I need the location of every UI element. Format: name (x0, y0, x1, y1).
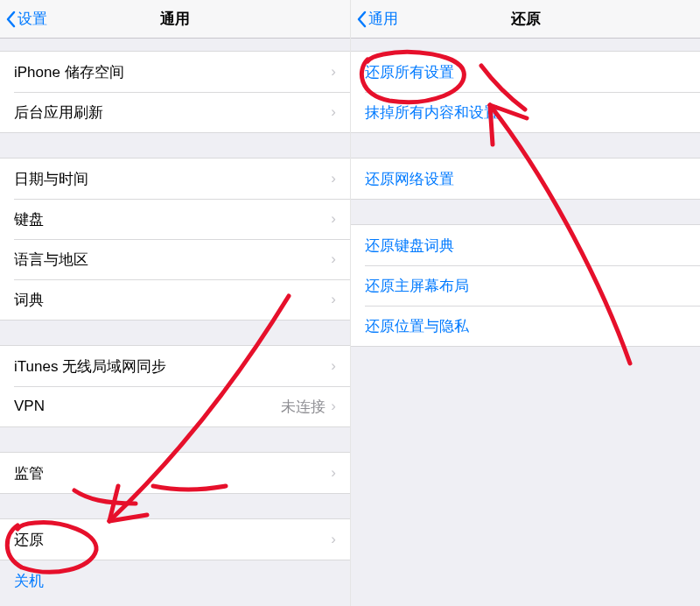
chevron-left-icon (356, 11, 367, 28)
row-label: 还原主屏幕布局 (365, 276, 469, 296)
row-reset-keyboard-dict[interactable]: 还原键盘词典 (351, 225, 700, 265)
chevron-right-icon: › (331, 103, 336, 121)
group-network: iTunes 无线局域网同步 › VPN 未连接 › (0, 345, 350, 427)
general-settings-pane: 设置 通用 iPhone 储存空间 › 后台应用刷新 › 日期与时间 › (0, 0, 350, 606)
row-label: 监管 (14, 463, 44, 483)
vpn-status: 未连接 (281, 397, 326, 417)
row-background-refresh[interactable]: 后台应用刷新 › (0, 92, 350, 132)
group-reset-network: 还原网络设置 (351, 158, 700, 200)
row-label: 键盘 (14, 209, 44, 229)
page-title-general: 通用 (160, 9, 190, 29)
row-label: 后台应用刷新 (14, 102, 103, 123)
row-label: iPhone 储存空间 (14, 62, 124, 82)
back-to-general[interactable]: 通用 (356, 9, 398, 29)
row-label: 词典 (14, 290, 44, 310)
page-title-reset: 还原 (511, 9, 541, 29)
navbar-right: 通用 还原 (351, 0, 700, 39)
group-locale: 日期与时间 › 键盘 › 语言与地区 › 词典 › (0, 158, 350, 321)
group-reset-other: 还原键盘词典 还原主屏幕布局 还原位置与隐私 (351, 224, 700, 347)
row-date-time[interactable]: 日期与时间 › (0, 159, 350, 199)
row-reset-home-layout[interactable]: 还原主屏幕布局 (351, 265, 700, 306)
row-label: 还原键盘词典 (365, 236, 454, 256)
row-erase-all[interactable]: 抹掉所有内容和设置 (351, 92, 700, 132)
row-label: 还原所有设置 (365, 62, 454, 82)
row-language-region[interactable]: 语言与地区 › (0, 239, 350, 279)
row-itunes-wifi-sync[interactable]: iTunes 无线局域网同步 › (0, 346, 350, 386)
row-label: iTunes 无线局域网同步 (14, 356, 166, 377)
back-to-settings[interactable]: 设置 (5, 9, 47, 29)
row-label: 抹掉所有内容和设置 (365, 102, 499, 123)
back-label: 通用 (368, 9, 398, 29)
chevron-right-icon: › (331, 531, 336, 548)
reset-settings-pane: 通用 还原 还原所有设置 抹掉所有内容和设置 还原网络设置 还原键盘词典 还原主… (350, 0, 700, 606)
shutdown-link[interactable]: 关机 (0, 560, 350, 591)
row-dictionary[interactable]: 词典 › (0, 279, 350, 320)
row-label: 日期与时间 (14, 169, 88, 189)
row-vpn[interactable]: VPN 未连接 › (0, 386, 350, 426)
group-reset-main: 还原所有设置 抹掉所有内容和设置 (351, 51, 700, 133)
group-supervision: 监管 › (0, 452, 350, 494)
chevron-right-icon: › (331, 291, 336, 308)
chevron-right-icon: › (331, 170, 336, 187)
row-keyboard[interactable]: 键盘 › (0, 199, 350, 239)
row-reset[interactable]: 还原 › (0, 519, 350, 560)
row-supervision[interactable]: 监管 › (0, 453, 350, 493)
chevron-left-icon (5, 11, 16, 28)
chevron-right-icon: › (331, 210, 336, 228)
shutdown-label: 关机 (14, 573, 44, 589)
row-label: 语言与地区 (14, 250, 88, 270)
row-iphone-storage[interactable]: iPhone 储存空间 › (0, 52, 350, 92)
chevron-right-icon: › (331, 250, 336, 268)
chevron-right-icon: › (331, 357, 336, 375)
row-label: 还原位置与隐私 (365, 316, 469, 336)
back-label: 设置 (18, 9, 47, 29)
row-label: 还原 (14, 530, 44, 550)
chevron-right-icon: › (331, 398, 336, 415)
chevron-right-icon: › (331, 464, 336, 482)
group-storage: iPhone 储存空间 › 后台应用刷新 › (0, 51, 350, 133)
row-reset-all-settings[interactable]: 还原所有设置 (351, 52, 700, 92)
row-label: 还原网络设置 (365, 169, 454, 189)
group-reset: 还原 › (0, 518, 350, 560)
row-label: VPN (14, 398, 45, 415)
row-reset-location-privacy[interactable]: 还原位置与隐私 (351, 306, 700, 346)
row-reset-network[interactable]: 还原网络设置 (351, 159, 700, 199)
chevron-right-icon: › (331, 63, 336, 81)
navbar-left: 设置 通用 (0, 0, 350, 39)
